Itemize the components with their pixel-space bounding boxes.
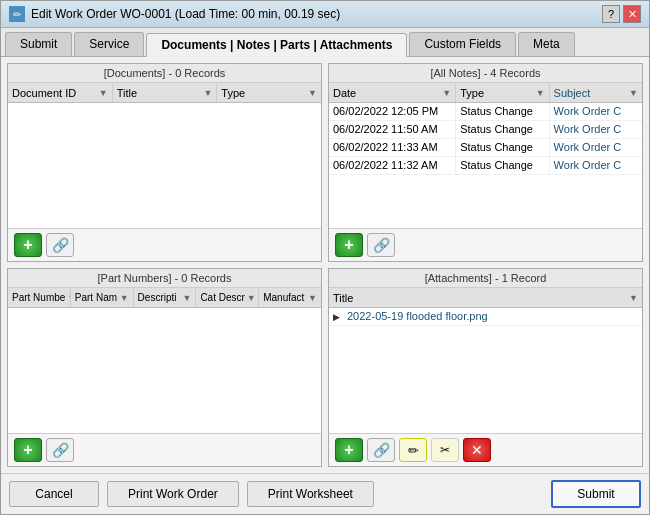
tab-bar: Submit Service Documents | Notes | Parts… [1,28,649,57]
parts-table-body [8,308,321,433]
notes-col-date: Date ▼ [329,83,456,102]
notes-col-headers: Date ▼ Type ▼ Subject ▼ [329,83,642,103]
filter-icon[interactable]: ▼ [536,88,545,98]
documents-link-button[interactable]: 🔗 [46,233,74,257]
title-bar-left: ✏ Edit Work Order WO-0001 (Load Time: 00… [9,6,340,22]
note-subject[interactable]: Work Order C [550,121,642,138]
documents-col-title: Title ▼ [113,83,218,102]
note-subject[interactable]: Work Order C [550,139,642,156]
window-icon: ✏ [9,6,25,22]
tab-meta[interactable]: Meta [518,32,575,56]
note-date: 06/02/2022 12:05 PM [329,103,456,120]
attachments-col-headers: Title ▼ [329,288,642,308]
main-window: ✏ Edit Work Order WO-0001 (Load Time: 00… [0,0,650,515]
attachments-delete-button[interactable]: ✕ [463,438,491,462]
attachments-edit-button[interactable]: ✏ [399,438,427,462]
notes-toolbar: + 🔗 [329,228,642,261]
cancel-button[interactable]: Cancel [9,481,99,507]
filter-icon[interactable]: ▼ [308,88,317,98]
filter-icon[interactable]: ▼ [629,88,638,98]
filter-icon[interactable]: ▼ [629,293,638,303]
tab-service[interactable]: Service [74,32,144,56]
filter-icon[interactable]: ▼ [203,88,212,98]
parts-table: Part Numbe ▼ Part Nam ▼ Descripti ▼ Cat … [8,288,321,433]
parts-col-num: Part Numbe ▼ [8,288,71,307]
tab-submit[interactable]: Submit [5,32,72,56]
parts-panel: [Part Numbers] - 0 Records Part Numbe ▼ … [7,268,322,467]
footer: Cancel Print Work Order Print Worksheet … [1,473,649,514]
parts-panel-header: [Part Numbers] - 0 Records [8,269,321,288]
documents-col-headers: Document ID ▼ Title ▼ Type ▼ [8,83,321,103]
note-subject[interactable]: Work Order C [550,103,642,120]
attachments-toolbar: + 🔗 ✏ ✂ ✕ [329,433,642,466]
attachments-col-title: Title ▼ [329,288,642,307]
expand-arrow-icon[interactable]: ▶ [329,308,343,325]
parts-add-button[interactable]: + [14,438,42,462]
close-button[interactable]: ✕ [623,5,641,23]
note-date: 06/02/2022 11:50 AM [329,121,456,138]
note-type: Status Change [456,157,549,174]
attachments-scissors-button[interactable]: ✂ [431,438,459,462]
filter-icon[interactable]: ▼ [99,88,108,98]
note-type: Status Change [456,121,549,138]
notes-add-button[interactable]: + [335,233,363,257]
table-row[interactable]: 06/02/2022 11:33 AM Status Change Work O… [329,139,642,157]
tab-documents[interactable]: Documents | Notes | Parts | Attachments [146,33,407,57]
content-area: [Documents] - 0 Records Document ID ▼ Ti… [1,57,649,473]
attachment-title[interactable]: 2022-05-19 flooded floor.png [343,308,642,325]
window-title: Edit Work Order WO-0001 (Load Time: 00 m… [31,7,340,21]
attachments-panel-header: [Attachments] - 1 Record [329,269,642,288]
attachments-add-button[interactable]: + [335,438,363,462]
note-date: 06/02/2022 11:33 AM [329,139,456,156]
attachments-link-button[interactable]: 🔗 [367,438,395,462]
table-row[interactable]: ▶ 2022-05-19 flooded floor.png [329,308,642,326]
table-row[interactable]: 06/02/2022 12:05 PM Status Change Work O… [329,103,642,121]
filter-icon[interactable]: ▼ [247,293,256,303]
tab-custom-fields[interactable]: Custom Fields [409,32,516,56]
documents-panel-header: [Documents] - 0 Records [8,64,321,83]
documents-table-body [8,103,321,228]
documents-table: Document ID ▼ Title ▼ Type ▼ [8,83,321,228]
parts-col-name: Part Nam ▼ [71,288,134,307]
parts-col-manuf: Manufact ▼ [259,288,321,307]
documents-col-type: Type ▼ [217,83,321,102]
help-button[interactable]: ? [602,5,620,23]
notes-col-subject: Subject ▼ [550,83,642,102]
documents-panel: [Documents] - 0 Records Document ID ▼ Ti… [7,63,322,262]
notes-panel: [All Notes] - 4 Records Date ▼ Type ▼ Su… [328,63,643,262]
print-work-order-button[interactable]: Print Work Order [107,481,239,507]
parts-col-headers: Part Numbe ▼ Part Nam ▼ Descripti ▼ Cat … [8,288,321,308]
attachments-panel: [Attachments] - 1 Record Title ▼ ▶ 2022-… [328,268,643,467]
notes-link-button[interactable]: 🔗 [367,233,395,257]
parts-col-catdesc: Cat Descr ▼ [196,288,259,307]
filter-icon[interactable]: ▼ [182,293,191,303]
filter-icon[interactable]: ▼ [442,88,451,98]
documents-col-docid: Document ID ▼ [8,83,113,102]
notes-table: Date ▼ Type ▼ Subject ▼ 06/02/2022 12:05… [329,83,642,228]
submit-button[interactable]: Submit [551,480,641,508]
note-date: 06/02/2022 11:32 AM [329,157,456,174]
documents-toolbar: + 🔗 [8,228,321,261]
parts-col-desc: Descripti ▼ [134,288,197,307]
print-worksheet-button[interactable]: Print Worksheet [247,481,374,507]
notes-panel-header: [All Notes] - 4 Records [329,64,642,83]
note-type: Status Change [456,139,549,156]
table-row[interactable]: 06/02/2022 11:32 AM Status Change Work O… [329,157,642,175]
notes-table-body: 06/02/2022 12:05 PM Status Change Work O… [329,103,642,228]
notes-col-type: Type ▼ [456,83,549,102]
attachments-table: Title ▼ ▶ 2022-05-19 flooded floor.png [329,288,642,433]
parts-link-button[interactable]: 🔗 [46,438,74,462]
attachments-table-body: ▶ 2022-05-19 flooded floor.png [329,308,642,433]
filter-icon[interactable]: ▼ [120,293,129,303]
title-bar: ✏ Edit Work Order WO-0001 (Load Time: 00… [1,1,649,28]
note-type: Status Change [456,103,549,120]
parts-toolbar: + 🔗 [8,433,321,466]
note-subject[interactable]: Work Order C [550,157,642,174]
documents-add-button[interactable]: + [14,233,42,257]
title-buttons: ? ✕ [602,5,641,23]
filter-icon[interactable]: ▼ [308,293,317,303]
table-row[interactable]: 06/02/2022 11:50 AM Status Change Work O… [329,121,642,139]
